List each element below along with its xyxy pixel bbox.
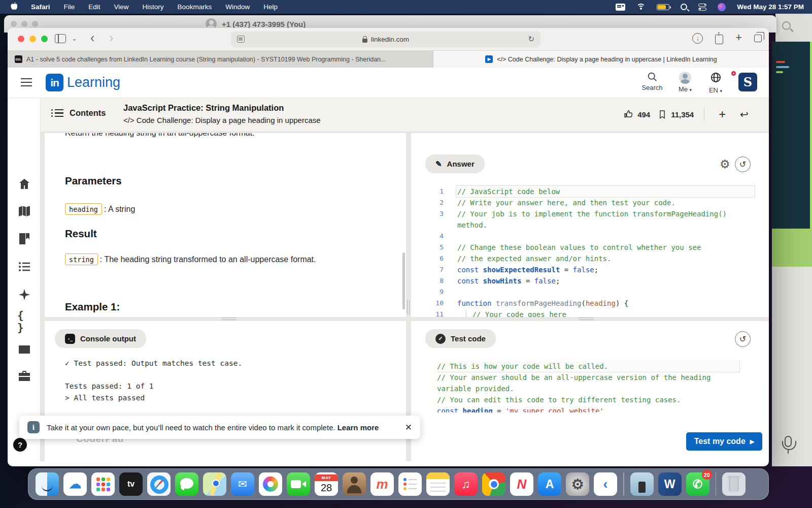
- dock-notes-icon[interactable]: [426, 472, 450, 496]
- dock-chrome-icon[interactable]: [482, 472, 505, 496]
- answer-code-editor[interactable]: 1// JavaScript code below2// Write your …: [421, 186, 761, 317]
- share-button[interactable]: [715, 35, 723, 44]
- dock-trash-icon[interactable]: [722, 472, 746, 496]
- address-bar[interactable]: linkedin.com ↻: [231, 31, 540, 47]
- example-heading: Example 1:: [65, 301, 120, 313]
- menu-item-history[interactable]: History: [143, 3, 164, 11]
- nav-library-icon[interactable]: [17, 232, 31, 246]
- dock-word-icon[interactable]: W: [658, 472, 682, 496]
- screen: SafariFileEditViewHistoryBookmarksWindow…: [0, 0, 812, 508]
- dock-vscode-icon[interactable]: ‹: [594, 472, 617, 496]
- reset-answer-button[interactable]: ↺: [735, 156, 751, 172]
- traffic-lights[interactable]: [18, 36, 48, 42]
- dock-news-icon[interactable]: N: [510, 472, 533, 496]
- dock-settings-icon[interactable]: ⚙: [566, 472, 589, 496]
- menubar-clock[interactable]: Wed May 28 1:57 PM: [737, 3, 804, 11]
- horizontal-resize-handle[interactable]: [579, 318, 594, 320]
- dock-contacts-icon[interactable]: [343, 472, 366, 496]
- editor-settings-gear-icon[interactable]: ⚙: [720, 157, 730, 171]
- console-output-tab[interactable]: ›_ Console output: [55, 329, 146, 348]
- code-line: // Your answer should be an all-uppercas…: [437, 372, 762, 394]
- dock-facetime-icon[interactable]: [287, 472, 310, 496]
- tab-group-chevron-icon[interactable]: ⌄: [72, 35, 77, 42]
- nav-code-icon[interactable]: { }: [17, 314, 31, 329]
- nav-certificate-icon[interactable]: [17, 342, 31, 357]
- menu-item-view[interactable]: View: [114, 3, 129, 11]
- tab-linkedin-learning[interactable]: ▶ </> Code Challenge: Display a page hea…: [433, 51, 769, 68]
- dock-safari-icon[interactable]: [147, 472, 171, 496]
- instructions-scrollbar[interactable]: [402, 252, 405, 309]
- dock-calendar-icon[interactable]: MAY28: [315, 472, 338, 496]
- test-code-tab[interactable]: ✓ Test code: [425, 329, 496, 348]
- nav-ai-sparkle-icon[interactable]: [17, 288, 31, 302]
- menu-item-bookmarks[interactable]: Bookmarks: [178, 3, 212, 11]
- menu-item-edit[interactable]: Edit: [88, 3, 100, 11]
- reset-test-code-button[interactable]: ↺: [735, 331, 751, 347]
- page-settings-icon[interactable]: [237, 36, 245, 43]
- dock-launchpad-icon[interactable]: [91, 472, 115, 496]
- share-forward-icon[interactable]: ↪: [740, 108, 749, 120]
- add-button[interactable]: +: [719, 107, 726, 121]
- menu-item-safari[interactable]: Safari: [31, 3, 50, 11]
- test-my-code-button[interactable]: Test my code▶: [686, 432, 762, 451]
- code-line: 1// JavaScript code below: [421, 186, 761, 197]
- menu-item-file[interactable]: File: [64, 3, 75, 11]
- answer-tab[interactable]: ✎ Answer: [425, 154, 485, 173]
- siri-icon[interactable]: [718, 3, 726, 11]
- line-number: 10: [421, 298, 444, 309]
- learn-more-link[interactable]: Learn more: [337, 423, 379, 432]
- dock-mail-icon[interactable]: ✉: [231, 472, 254, 496]
- dock-music-icon[interactable]: ♫: [454, 472, 478, 496]
- like-button[interactable]: 494: [624, 109, 650, 119]
- test-code-editor[interactable]: // This is how your code will be called.…: [437, 361, 762, 412]
- organization-logo[interactable]: S: [738, 73, 757, 91]
- search-button[interactable]: Search: [634, 72, 670, 91]
- back-button[interactable]: ‹: [90, 30, 94, 45]
- line-number: 9: [421, 287, 444, 298]
- menu-item-help[interactable]: Help: [263, 3, 278, 11]
- dock-apple-tv-icon[interactable]: tv: [119, 472, 143, 496]
- linkedin-learning-logo[interactable]: in Learning: [46, 74, 120, 91]
- wifi-icon[interactable]: [636, 4, 646, 10]
- apple-menu-icon[interactable]: [10, 2, 17, 12]
- downloads-button[interactable]: ↓: [692, 33, 703, 44]
- dock-downloads-preview-icon[interactable]: [630, 472, 654, 496]
- reload-icon[interactable]: ↻: [528, 35, 534, 44]
- battery-icon[interactable]: [657, 4, 669, 10]
- nav-home-icon[interactable]: [17, 177, 31, 191]
- dock-freeform-icon[interactable]: m: [370, 472, 394, 496]
- dock-finder-icon[interactable]: [36, 472, 59, 496]
- sidebar-toggle-icon[interactable]: [55, 34, 66, 43]
- url-text: linkedin.com: [371, 36, 409, 43]
- tab-overview-button[interactable]: [754, 35, 762, 42]
- dock-photos-icon[interactable]: [259, 472, 282, 496]
- nav-explore-icon[interactable]: [17, 204, 31, 218]
- tab-d2l-assignment[interactable]: D2L A1 - solve 5 code challenges from Li…: [8, 51, 433, 68]
- spotlight-icon[interactable]: [681, 4, 687, 10]
- toast-close-icon[interactable]: ✕: [405, 422, 412, 433]
- control-center-icon[interactable]: [698, 4, 706, 11]
- dock-maps-icon[interactable]: [203, 472, 226, 496]
- nav-list-icon[interactable]: [17, 260, 31, 274]
- course-header-bar: Contents JavaScript Practice: String Man…: [41, 98, 769, 132]
- dock-messages-icon[interactable]: [175, 472, 198, 496]
- dock-whatsapp-icon[interactable]: ✆20: [686, 472, 709, 496]
- console-line: [65, 369, 242, 381]
- language-menu[interactable]: EN ▾: [698, 72, 733, 94]
- new-tab-button[interactable]: +: [735, 31, 742, 44]
- horizontal-resize-handle[interactable]: [221, 318, 236, 320]
- forward-button[interactable]: ›: [109, 30, 113, 45]
- contents-button[interactable]: Contents: [55, 108, 106, 118]
- dock-app-store-icon[interactable]: A: [538, 472, 561, 496]
- dock-server-monitor-icon[interactable]: ☁: [63, 472, 87, 496]
- save-button[interactable]: 11,354: [657, 109, 694, 119]
- input-source-icon[interactable]: [616, 4, 625, 11]
- instructions-panel[interactable]: Return the heading string in an all-uppe…: [45, 133, 406, 317]
- vertical-resize-handle[interactable]: [407, 300, 410, 315]
- menu-item-window[interactable]: Window: [225, 3, 250, 11]
- console-line: ✓ Test passed: Output matches test case.: [65, 358, 242, 369]
- help-button[interactable]: ?: [13, 438, 27, 452]
- dock-reminders-icon[interactable]: [398, 472, 422, 496]
- hamburger-menu-icon[interactable]: [21, 78, 32, 86]
- nav-jobs-icon[interactable]: [17, 369, 31, 384]
